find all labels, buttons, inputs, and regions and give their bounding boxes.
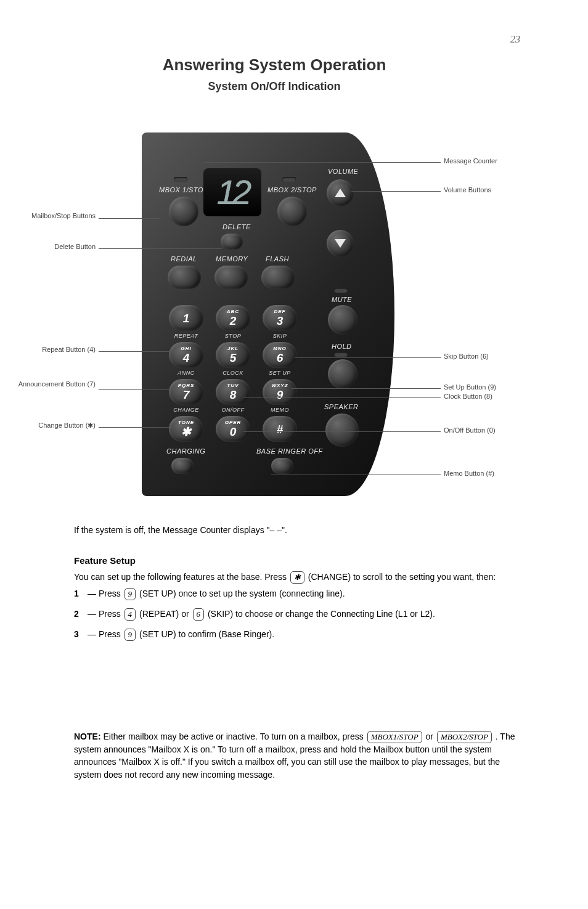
redial-button — [168, 266, 201, 289]
callout-message-counter: Message Counter — [444, 157, 567, 165]
mbox1-label: MBOX 1/STOP — [159, 187, 208, 194]
key-star-inline: ✱ — [290, 571, 304, 584]
hold-button — [328, 359, 357, 389]
callout-change: Change Button (✱) — [0, 422, 96, 430]
note-paragraph: NOTE: Either mailbox may be active or in… — [74, 730, 518, 781]
keypad-hash: MEMO# — [263, 416, 297, 442]
memory-label: MEMORY — [216, 256, 248, 263]
hold-label: HOLD — [332, 343, 352, 350]
callout-mbox-stop: Mailbox/Stop Buttons — [0, 212, 96, 220]
page-number: 23 — [510, 35, 520, 44]
note-label: NOTE: — [74, 732, 101, 741]
keypad-5: STOPJKL5 — [216, 342, 250, 368]
keypad-2: ABC2 — [216, 305, 250, 331]
key-6-inline: 6 — [193, 608, 205, 621]
step-1: 1 — Press 9 (SET UP) once to set up the … — [74, 587, 518, 600]
callout-onoff: On/Off Button (0) — [444, 426, 567, 434]
callout-delete: Delete Button — [0, 243, 96, 251]
keypad-3: DEF3 — [263, 305, 297, 331]
speaker-label: SPEAKER — [324, 404, 358, 410]
keypad-8: CLOCKTUV8 — [216, 379, 250, 405]
redial-label: REDIAL — [171, 256, 197, 263]
flash-label: FLASH — [266, 256, 289, 263]
volume-down-button — [327, 230, 354, 257]
delete-label: DELETE — [223, 224, 251, 230]
mbox2-stop-button — [277, 197, 307, 226]
keypad-0: ON/OFFOPER0 — [216, 416, 250, 442]
section-subtitle: System On/Off Indication — [74, 79, 475, 94]
phone-base-illustration: MBOX 1/STOP 12 MBOX 2/STOP DELETE REDIAL… — [142, 132, 394, 496]
mute-label: MUTE — [332, 296, 352, 303]
mute-button — [328, 305, 357, 335]
keypad-1: 1 — [169, 305, 203, 331]
feature-setup-title: Feature Setup — [74, 555, 518, 567]
keypad-star: CHANGETONE✱ — [169, 416, 203, 442]
volume-up-icon — [335, 189, 346, 197]
keypad-9: SET UPWXYZ9 — [263, 379, 297, 405]
delete-button — [221, 234, 243, 250]
callout-setup: Set Up Button (9) — [444, 383, 567, 391]
keypad-7: ANNCPQRS7 — [169, 379, 203, 405]
step-2: 2 — Press 4 (REPEAT) or 6 (SKIP) to choo… — [74, 608, 518, 621]
charging-label: CHARGING — [166, 448, 205, 455]
page-title: Answering System Operation — [74, 55, 475, 75]
key-9b-inline: 9 — [125, 629, 136, 641]
message-counter-display: 12 — [203, 168, 261, 216]
key-mbox2-inline: MBOX2/STOP — [437, 731, 492, 743]
key-9-inline: 9 — [125, 588, 136, 600]
callout-volume: Volume Buttons — [444, 186, 567, 194]
charging-led — [171, 458, 194, 474]
volume-label: VOLUME — [328, 168, 358, 175]
speaker-button — [325, 414, 359, 447]
keypad-4: REPEATGHI4 — [169, 342, 203, 368]
message-counter-value: 12 — [217, 175, 248, 210]
callout-clock: Clock Button (8) — [444, 393, 567, 401]
volume-down-icon — [335, 239, 346, 248]
callout-skip: Skip Button (6) — [444, 353, 567, 361]
key-mbox1-inline: MBOX1/STOP — [367, 731, 422, 743]
callout-memo: Memo Button (#) — [444, 470, 567, 478]
base-ringer-off-led — [271, 458, 293, 474]
step-3: 3 — Press 9 (SET UP) to confirm (Base Ri… — [74, 628, 518, 641]
flash-button — [261, 266, 295, 289]
keypad-6: SKIPMNO6 — [263, 342, 297, 368]
memory-button — [214, 266, 248, 289]
key-4-inline: 4 — [125, 608, 136, 621]
callout-annc: Announcement Button (7) — [0, 380, 96, 388]
intro-text: If the system is off, the Message Counte… — [74, 524, 518, 536]
callout-repeat: Repeat Button (4) — [0, 346, 96, 354]
feature-setup-intro: You can set up the following features at… — [74, 571, 518, 584]
volume-up-button — [327, 179, 354, 206]
base-ringer-off-label: BASE RINGER OFF — [256, 448, 323, 455]
feature-steps-list: 1 — Press 9 (SET UP) once to set up the … — [74, 587, 518, 642]
mbox1-stop-button — [169, 197, 198, 226]
mbox2-label: MBOX 2/STOP — [267, 187, 317, 194]
